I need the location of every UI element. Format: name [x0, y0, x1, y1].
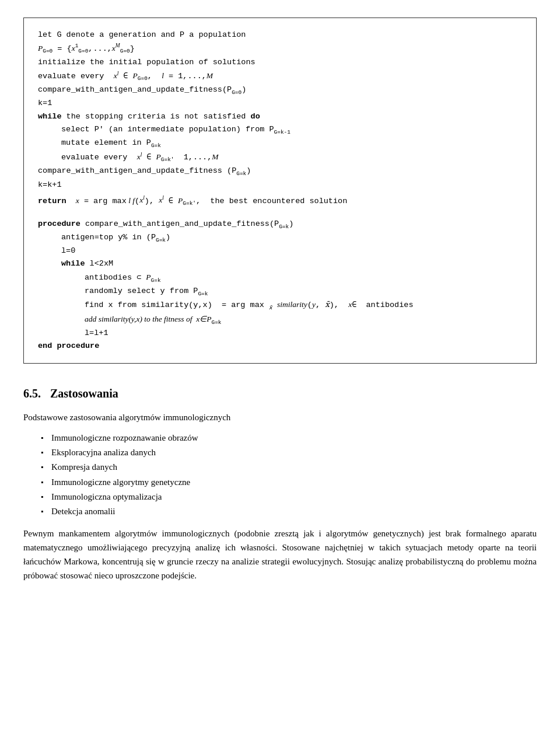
algo-line-proc3: l=0: [38, 245, 522, 257]
algo-line-8: select P' (an intermediate population) f…: [38, 123, 522, 137]
list-item-4: Immunologiczne algorytmy genetyczne: [41, 476, 537, 489]
list-item-3: Kompresja danych: [41, 461, 537, 474]
algo-line-6: k=1: [38, 97, 522, 110]
algo-line-2: PG=0 = {x1G=0,...,xMG=0}: [38, 41, 522, 56]
section-title: Zastosowania: [50, 387, 118, 400]
bullet-list: Immunologiczne rozpoznawanie obrazów Eks…: [41, 431, 537, 519]
intro-text: Podstawowe zastosowania algorytmów immun…: [23, 411, 537, 424]
algorithm-box: let G denote a generation and P a popula…: [23, 18, 537, 364]
algo-line-proc1: procedure compare_with_antigen_and_updat…: [38, 218, 522, 231]
algo-line-proc9: l=l+1: [38, 327, 522, 340]
algo-line-proc2: antigen=top y% in (PG=k): [38, 231, 522, 245]
algo-line-1: let G denote a generation and P a popula…: [38, 29, 522, 41]
algo-line-11: compare_with_antigen_and_update_fitness …: [38, 165, 522, 178]
algo-line-proc8: add similarity(y,x) to the fitness of x∈…: [38, 313, 522, 327]
algo-line-12: k=k+1: [38, 179, 522, 191]
algo-line-9: mutate element in PG=k: [38, 137, 522, 150]
list-item-1: Immunologiczne rozpoznawanie obrazów: [41, 431, 537, 445]
algo-line-13: return x = arg max l f(xl), xl ∈ PG=k', …: [38, 194, 522, 208]
algo-line-proc5: antibodies ⊂ PG=k: [38, 271, 522, 285]
section-number: 6.5.: [23, 387, 41, 400]
list-item-5: Immunologiczna optymalizacja: [41, 490, 537, 504]
algo-line-7: while the stopping criteria is not satis…: [38, 110, 522, 123]
list-item-2: Eksploracyjna analiza danych: [41, 446, 537, 459]
algo-line-10: evaluate every xl ∈ PG=k' 1,...,M: [38, 150, 522, 165]
algo-line-5: compare_with_antigen_and_update_fitness(…: [38, 83, 522, 97]
paragraph-1: Pewnym mankamentem algorytmów immunologi…: [23, 526, 537, 582]
algo-line-proc7: find x from similarity(y,x) = arg max x̄…: [38, 298, 522, 312]
algo-line-4: evaluate every xl ∈ PG=0, l = 1,...,M: [38, 69, 522, 83]
list-item-6: Detekcja anomalii: [41, 505, 537, 518]
algo-line-proc6: randomly select y from PG=k: [38, 285, 522, 298]
algo-line-proc4: while l<2xM: [38, 257, 522, 270]
algo-line-3: initialize the initial population of sol…: [38, 56, 522, 69]
algo-line-proc10: end procedure: [38, 340, 522, 353]
section-heading: 6.5.Zastosowania: [23, 387, 537, 400]
